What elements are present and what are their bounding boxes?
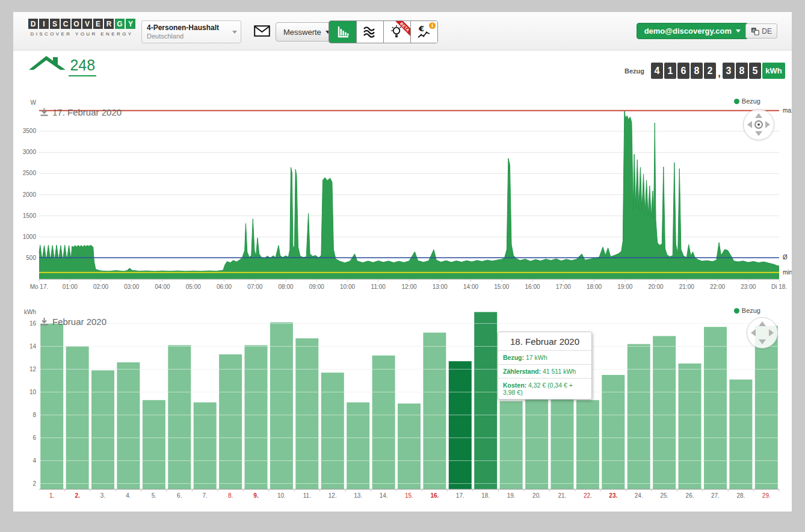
bar-day-2[interactable] [66, 347, 89, 490]
counter-digit: 2 [704, 63, 716, 79]
x-tick-label: 11. [303, 492, 311, 499]
bar-day-21[interactable] [551, 395, 574, 489]
bar-day-14[interactable] [372, 356, 395, 489]
pan-up-icon[interactable] [755, 113, 762, 118]
month-chart-legend[interactable]: Bezug [734, 307, 760, 314]
tooltip-row: Bezug: 17 kWh [498, 350, 591, 364]
svg-text:min: min [783, 269, 792, 276]
logo-letter: C [61, 19, 70, 29]
logo-letter: D [28, 19, 38, 29]
counter-digit-boxes: 41682,385 [651, 63, 761, 79]
x-tick-label: 04:00 [155, 283, 170, 290]
bar-chart-view-button[interactable] [329, 21, 356, 43]
pan-right-icon[interactable] [769, 329, 774, 336]
day-chart-pan-control[interactable] [743, 109, 774, 140]
bar-day-15[interactable] [398, 404, 421, 490]
bar-day-8[interactable] [219, 354, 242, 489]
bar-day-11[interactable] [295, 338, 318, 489]
bar-day-25[interactable] [653, 336, 676, 489]
bar-day-27[interactable] [704, 327, 727, 489]
meter-selector-dropdown[interactable]: 4-Personen-Haushalt Deutschland [141, 20, 241, 43]
bar-day-19[interactable] [500, 401, 523, 489]
bar-day-4[interactable] [117, 362, 140, 489]
day-chart-legend[interactable]: Bezug [734, 97, 760, 105]
bar-day-12[interactable] [321, 373, 344, 489]
bar-day-1[interactable] [40, 324, 63, 490]
pan-down-icon[interactable] [759, 339, 766, 344]
logo-letter: E [93, 19, 103, 29]
info-badge: i [429, 22, 436, 29]
bar-day-24[interactable] [628, 344, 650, 489]
svg-text:max: max [783, 107, 792, 114]
day-power-chart[interactable]: 17. Februar 2020 Bezug maxØminMo 17.01:0… [13, 96, 792, 306]
discovergy-logo[interactable]: DISCOVERGY DISCOVER YOUR ENERGY [28, 19, 135, 37]
costs-view-button[interactable]: € i [410, 21, 437, 43]
logo-letter: V [82, 19, 92, 29]
x-tick-label: 22. [584, 492, 592, 499]
bar-day-3[interactable] [91, 370, 114, 489]
x-tick-label: 28. [736, 492, 745, 499]
pan-down-icon[interactable] [755, 131, 762, 136]
language-label: DE [762, 27, 772, 36]
y-tick-label: 2 [32, 480, 36, 487]
bar-day-28[interactable] [729, 380, 752, 489]
chevron-down-icon [232, 31, 237, 34]
bar-day-17[interactable] [449, 361, 472, 489]
y-tick-label: 8 [32, 412, 36, 418]
svg-text:Ø: Ø [783, 254, 788, 261]
counter-decimal-separator: , [717, 68, 721, 79]
account-menu-button[interactable]: demo@discovergy.com [637, 23, 748, 39]
month-consumption-chart[interactable]: Februar 2020 Bezug 1.2.3.4.5.6.7.8.9.10.… [13, 307, 792, 509]
meter-widget[interactable]: 248 [29, 54, 96, 76]
day-chart-plot[interactable]: maxØminMo 17.01:0002:0003:0004:0005:0006… [13, 96, 792, 301]
month-chart-title-row: Februar 2020 [40, 317, 106, 327]
x-tick-label: 20. [532, 492, 541, 499]
x-tick-label: 4. [126, 492, 131, 499]
month-chart-plot[interactable]: 1.2.3.4.5.6.7.8.9.10.11.12.13.14.15.16.1… [13, 307, 792, 506]
download-icon[interactable] [40, 108, 49, 117]
bar-day-5[interactable] [143, 400, 165, 489]
bar-day-16[interactable] [423, 333, 446, 489]
load-curve-view-button[interactable] [356, 21, 383, 43]
legend-dot-icon [734, 99, 739, 104]
bar-day-6[interactable] [168, 345, 191, 489]
tooltip-row: Kosten: 4,32 € (0,34 € + 3,98 €) [498, 378, 591, 399]
consumption-counter: Bezug 41682,385 kWh [625, 63, 785, 79]
pan-center-icon[interactable] [754, 120, 763, 129]
app-page: DISCOVERGY DISCOVER YOUR ENERGY 4-Person… [13, 12, 792, 512]
bar-day-26[interactable] [679, 363, 702, 489]
x-tick-label: 12. [328, 492, 337, 499]
bar-day-9[interactable] [245, 345, 268, 489]
chart-tooltip: 18. Februar 2020 Bezug: 17 kWhZählerstan… [498, 332, 592, 400]
x-tick-label: 27. [711, 492, 720, 499]
x-tick-label: 24. [635, 492, 643, 499]
language-button[interactable]: A DE [745, 23, 777, 39]
y-tick-label: 3500 [23, 128, 37, 134]
appliance-detection-button[interactable]: BETA [383, 21, 410, 43]
counter-digit: 3 [723, 63, 735, 79]
counter-digit: 5 [749, 63, 761, 79]
messwerte-label: Messwerte [283, 28, 321, 37]
bar-chart-icon [335, 23, 351, 40]
pan-right-icon[interactable] [765, 121, 770, 128]
bar-day-22[interactable] [576, 400, 599, 489]
bar-day-10[interactable] [270, 323, 293, 489]
bar-day-13[interactable] [347, 403, 369, 489]
y-tick-label: 4 [32, 457, 36, 464]
bar-day-18[interactable] [474, 312, 497, 490]
bar-day-29[interactable] [755, 326, 778, 489]
x-tick-label: 8. [228, 492, 233, 499]
pan-left-icon[interactable] [747, 121, 752, 128]
download-icon[interactable] [40, 317, 49, 326]
bar-day-7[interactable] [194, 403, 217, 489]
bar-day-20[interactable] [525, 399, 548, 489]
x-tick-label: 06:00 [217, 283, 232, 290]
x-tick-label: 13. [354, 492, 362, 499]
x-tick-label: 11:00 [371, 283, 386, 290]
x-tick-label: 3. [100, 492, 105, 499]
mail-button[interactable] [254, 25, 270, 39]
x-tick-label: 9. [253, 492, 259, 499]
pan-left-icon[interactable] [751, 329, 756, 336]
month-chart-pan-control[interactable] [747, 317, 778, 348]
pan-up-icon[interactable] [759, 321, 766, 326]
